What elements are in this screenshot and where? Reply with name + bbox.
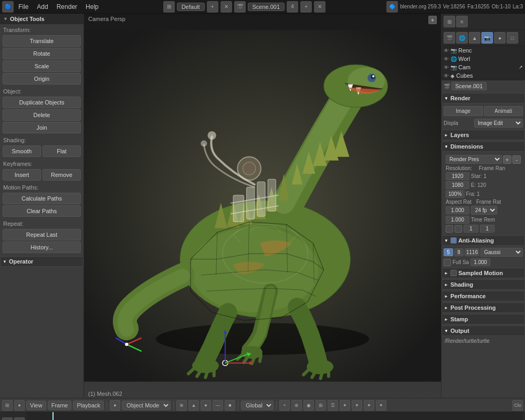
history-btn[interactable]: History... — [3, 242, 81, 253]
bt-icon-12[interactable]: ✦ — [376, 400, 386, 411]
aspect-y-input[interactable] — [446, 216, 469, 224]
menu-help[interactable]: Help — [82, 2, 102, 12]
tl-icon-2[interactable]: ● — [14, 417, 25, 421]
performance-header[interactable]: ► Performance — [442, 291, 525, 301]
height-input[interactable] — [446, 181, 469, 189]
close-workspace-icon[interactable]: ✕ — [220, 1, 232, 13]
tl-icon-1[interactable]: ⊞ — [2, 417, 13, 421]
outliner-icon-tab[interactable]: ≡ — [456, 16, 468, 27]
outliner-item-renc[interactable]: 👁 📷 Renc — [442, 46, 525, 55]
bt-icon-mesh[interactable]: ▲ — [188, 400, 199, 411]
aa-num1[interactable]: 5 — [444, 248, 453, 256]
mat-props-tab[interactable]: ● — [494, 32, 506, 44]
frame-menu[interactable]: Frame — [48, 401, 72, 410]
obj-props-tab[interactable]: ▲ — [469, 32, 480, 44]
tex-props-tab[interactable]: □ — [507, 32, 518, 44]
bt-icon-7[interactable]: ⊞ — [316, 400, 326, 411]
close-scene-icon[interactable]: ✕ — [314, 1, 326, 13]
aa-filter-select[interactable]: Gaussi — [480, 248, 523, 257]
animation-render-btn[interactable]: Animati — [484, 106, 523, 116]
render-preset-select[interactable]: Render Pres — [446, 155, 502, 164]
render-section-header[interactable]: ▼ Render — [442, 93, 525, 103]
repeat-last-btn[interactable]: Repeat Last — [3, 229, 81, 240]
bt-icon-8[interactable]: ☰ — [328, 400, 338, 411]
join-btn[interactable]: Join — [3, 122, 81, 133]
clear-paths-btn[interactable]: Clear Paths — [3, 205, 81, 217]
add-workspace-icon[interactable]: + — [207, 1, 218, 13]
output-path[interactable]: /Render/turtle/turtle — [442, 337, 525, 345]
full-sample-check[interactable] — [444, 259, 451, 266]
object-mode-select[interactable]: Object Mode — [122, 401, 171, 410]
bt-icon-edge[interactable]: — — [213, 400, 223, 411]
add-preset-btn[interactable]: + — [503, 155, 511, 164]
outliner-item-cam[interactable]: 👁 📷 Cam ↗ — [442, 63, 525, 71]
layers-header[interactable]: ► Layers — [442, 130, 525, 140]
scene-props-tab[interactable]: 🎬 — [444, 32, 455, 44]
aa-num3[interactable]: 1116 — [465, 248, 479, 256]
image-render-btn[interactable]: Image — [444, 106, 483, 116]
dimensions-header[interactable]: ▼ Dimensions — [442, 141, 525, 152]
viewport-corner[interactable]: + — [428, 16, 437, 24]
render-props-tab[interactable]: 📷 — [481, 32, 493, 44]
output-header[interactable]: ▼ Output — [442, 326, 525, 336]
bt-icon-10[interactable]: ✦ — [352, 400, 362, 411]
bt-icon-3[interactable]: ● — [110, 400, 120, 411]
aa-header[interactable]: ▼ Anti-Aliasing — [442, 235, 525, 246]
percent-btn[interactable]: 100% — [446, 190, 465, 198]
rotate-btn[interactable]: Rotate — [3, 48, 81, 59]
flat-btn[interactable]: Flat — [43, 145, 81, 157]
aa-num2[interactable]: 8 — [454, 248, 464, 256]
display-select[interactable]: Image Edit — [474, 119, 523, 128]
outliner-item-worl[interactable]: 👁 🌐 Worl — [442, 55, 525, 63]
origin-btn[interactable]: Origin — [3, 73, 81, 85]
shading-header[interactable]: ► Shading — [442, 279, 525, 290]
translate-btn[interactable]: Translate — [3, 35, 81, 47]
layout-icon[interactable]: ⊞ — [163, 1, 175, 13]
bt-icon-vert[interactable]: ● — [201, 400, 211, 411]
view-icon-tab[interactable]: ⊞ — [444, 16, 455, 27]
world-props-tab[interactable]: 🌐 — [456, 32, 468, 44]
insert-btn[interactable]: Insert — [3, 169, 41, 181]
playback-menu[interactable]: Playback — [73, 401, 104, 410]
duplicate-btn[interactable]: Duplicate Objects — [3, 97, 81, 108]
full-sa-input[interactable] — [470, 258, 490, 266]
sampled-motion-check[interactable] — [450, 270, 457, 276]
menu-add[interactable]: Add — [33, 2, 51, 12]
remove-btn[interactable]: Remove — [43, 169, 81, 181]
bt-icon-1[interactable]: ⊞ — [2, 400, 13, 411]
scene-select[interactable]: Scene.001 — [248, 3, 285, 11]
view-menu[interactable]: View — [26, 401, 46, 410]
width-input[interactable] — [446, 172, 469, 180]
smooth-btn[interactable]: Smooth — [3, 145, 41, 157]
scale-btn[interactable]: Scale — [3, 60, 81, 72]
menu-render[interactable]: Render — [53, 2, 81, 12]
scene-name[interactable]: Scene.001 — [452, 82, 487, 90]
operator-header[interactable]: ▼ Operator — [0, 256, 83, 267]
global-select[interactable]: Global — [241, 401, 274, 410]
checkbox-2[interactable] — [455, 225, 462, 233]
bt-icon-11[interactable]: ✦ — [364, 400, 374, 411]
bt-icon-5[interactable]: ⊕ — [291, 400, 302, 411]
bt-icon-cursor[interactable]: ⊕ — [176, 400, 187, 411]
workspace-select[interactable]: Default — [177, 3, 205, 11]
stamp-header[interactable]: ► Stamp — [442, 314, 525, 324]
bt-icon-4[interactable]: + — [279, 400, 290, 411]
bt-icon-face[interactable]: ■ — [225, 400, 235, 411]
delete-btn[interactable]: Delete — [3, 109, 81, 121]
fps-select[interactable]: 24 fps — [471, 206, 497, 215]
remove-preset-btn[interactable]: - — [512, 155, 521, 164]
time-input-2[interactable] — [480, 225, 495, 233]
calculate-paths-btn[interactable]: Calculate Paths — [3, 193, 81, 204]
add-scene-icon[interactable]: + — [300, 1, 312, 13]
post-processing-header[interactable]: ► Post Processing — [442, 302, 525, 313]
aspect-x-input[interactable] — [446, 206, 469, 214]
bt-icon-2[interactable]: ● — [14, 400, 25, 411]
checkbox-1[interactable] — [446, 225, 453, 233]
timeline-ruler[interactable]: -40-200204060801001201401601802002202402… — [26, 412, 523, 420]
bt-icon-9[interactable]: ✦ — [340, 400, 350, 411]
sampled-motion-header[interactable]: ► Sampled Motion — [442, 268, 525, 278]
time-input-1[interactable] — [464, 225, 478, 233]
viewport-options-btn[interactable]: + — [428, 16, 437, 24]
bt-icon-close[interactable]: Clo — [512, 400, 523, 411]
aa-checkbox[interactable] — [450, 237, 457, 244]
